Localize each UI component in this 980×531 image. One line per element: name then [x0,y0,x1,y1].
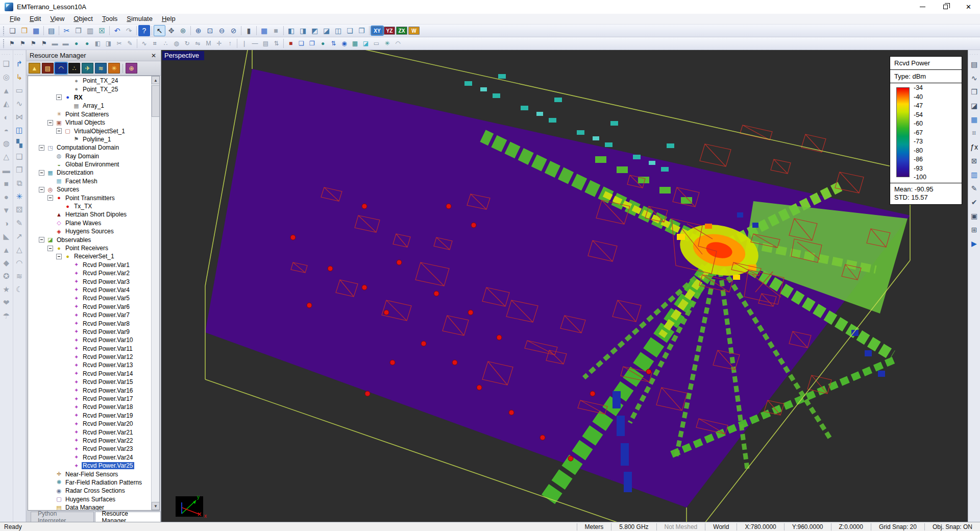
tree-item[interactable]: ✦Rcvd Power.Var5 [28,294,151,302]
surface-result-icon[interactable]: ◪ [969,99,980,112]
display-settings-icon[interactable]: ⌗ [969,126,980,140]
view-cube-rotate-icon[interactable]: ◧ [285,25,297,36]
undo-icon[interactable]: ↶ [111,25,123,36]
toolbar-grip[interactable] [3,39,5,48]
sphere-library-icon[interactable]: ⊕ [126,63,137,74]
tree-item[interactable]: ❋Far-Field Radiation Patterns [28,478,151,487]
tree-item[interactable]: ▢VirtualObjectSet_1 [28,127,151,135]
tree-item[interactable]: ▢Huygens Surfaces [28,495,151,503]
molecule-library-icon[interactable]: ∴ [68,63,80,74]
marker-center-icon[interactable]: ⚑ [39,38,50,49]
select-arrow-icon[interactable]: ↖ [154,25,165,36]
move-arrow-icon[interactable]: ↗ [14,230,25,243]
minimize-button[interactable] [911,0,934,14]
plane-yz-button[interactable]: YZ [384,27,395,35]
tree-item[interactable]: ✦Rcvd Power.Var9 [28,328,151,336]
sphere-teal-icon[interactable]: ● [317,38,328,49]
tree-expander-icon[interactable] [56,254,62,259]
menu-tools[interactable]: Tools [97,14,122,22]
tree-item[interactable]: ✦Rcvd Power.Var14 [28,370,151,378]
point-light-icon[interactable]: ✳ [14,190,25,203]
tree-item[interactable]: ◍Ray Domain [28,152,151,160]
tree-item[interactable]: ✦Rcvd Power.Var15 [28,378,151,386]
tab-python-interpreter[interactable]: Python Interpreter [31,512,94,522]
tree-item[interactable]: ✦Rcvd Power.Var7 [28,311,151,319]
rectangle-shape-icon[interactable]: ■ [1,177,12,190]
layer-back-icon[interactable]: ❐ [307,38,317,49]
tree-item[interactable]: ●Point_TX_24 [28,77,151,85]
menu-simulate[interactable]: Simulate [122,14,157,22]
clone-object-icon[interactable]: ❐ [14,163,25,177]
tree-item[interactable]: ✦Rcvd Power.Var18 [28,403,151,411]
redo-icon[interactable]: ↷ [123,25,135,36]
edit-document-icon[interactable]: ✎ [969,181,980,195]
zoom-extents-icon[interactable]: ⊘ [228,25,239,36]
tree-expander-icon[interactable] [39,237,44,243]
turbine-library-icon[interactable]: ✳ [108,63,120,74]
tree-item[interactable]: ✦Rcvd Power.Var25 [28,462,151,470]
scrollbar-thumb[interactable] [152,85,160,117]
polyline-tool-icon[interactable]: ∿ [139,38,150,49]
script-document-icon[interactable]: ▥ [969,167,980,181]
run-simulation-icon[interactable]: ▶ [969,236,980,250]
plane-primitive-icon[interactable]: ▬ [1,163,12,177]
tree-item[interactable]: ◉Radar Cross Sections [28,487,151,495]
scroll-up-icon[interactable]: ▲ [152,76,160,84]
tree-item[interactable]: ✦Rcvd Power.Var6 [28,303,151,311]
antenna-library-icon[interactable]: ≋ [95,63,107,74]
plain-box-icon[interactable]: ▭ [371,38,382,49]
tree-item[interactable]: ●Point Transmitters [28,194,151,202]
geosphere-icon[interactable]: ◍ [1,137,12,150]
tree-item[interactable]: ✦Rcvd Power.Var4 [28,286,151,294]
polygon-shape-icon[interactable]: ◆ [1,256,12,270]
display-mode-icon[interactable]: ▮ [243,25,255,36]
tree-item[interactable]: ●Point Receivers [28,244,151,252]
delete-icon[interactable]: ☒ [96,25,108,36]
heart-shape-icon[interactable]: ❤ [1,296,12,309]
menu-object[interactable]: Object [69,14,97,22]
weld-tool-icon[interactable]: ✛ [214,38,225,49]
import-geometry-icon[interactable]: ↳ [14,70,25,84]
tree-item[interactable]: ◳Computational Domain [28,143,151,152]
sketch-tool-icon[interactable]: ✎ [125,38,135,49]
right-triangle-icon[interactable]: ◣ [1,230,12,243]
tree-expander-icon[interactable] [47,195,53,201]
group-objects-icon[interactable]: ◫ [14,124,25,137]
extrude-up-icon[interactable]: ↑ [225,38,235,49]
menu-file[interactable]: File [5,14,25,22]
align-bars-icon[interactable]: ▬ [50,38,60,49]
guide-horizontal-icon[interactable]: ― [250,38,260,49]
view-cube-left-icon[interactable]: ◪ [321,25,332,36]
tree-item[interactable]: ●RX [28,93,151,102]
view-cube-front-icon[interactable]: ◨ [297,25,309,36]
rotate-node-icon[interactable]: ↻ [182,38,192,49]
snap-grid-icon[interactable]: ⌗ [150,38,160,49]
layer-front-icon[interactable]: ❏ [296,38,307,49]
copy-object-icon[interactable]: ❏ [14,150,25,163]
tree-item[interactable]: ⚑Polyline_1 [28,135,151,143]
plane-zx-button[interactable]: ZX [396,27,407,35]
tree-item[interactable]: ✦Rcvd Power.Var21 [28,428,151,436]
view-cube-back-icon[interactable]: ◩ [309,25,321,36]
tree-item[interactable]: ▦Facet Mesh [28,177,151,185]
guide-vertical-icon[interactable]: | [239,38,250,49]
slider-tool-icon[interactable]: ⇅ [271,38,282,49]
menu-view[interactable]: View [45,14,69,22]
tree-item[interactable]: ✦Rcvd Power.Var3 [28,277,151,285]
tree-item[interactable]: ◪Observables [28,235,151,244]
open-file-icon[interactable]: ❒ [18,25,30,36]
tree-item[interactable]: ◇Plane Waves [28,219,151,227]
circle-shape-icon[interactable]: ● [1,190,12,203]
copy-icon[interactable]: ❐ [72,25,84,36]
validate-check-icon[interactable]: ✔ [969,195,980,209]
image-result-icon[interactable]: ▣ [969,209,980,223]
star-shape-icon[interactable]: ★ [1,283,12,296]
distribute-bars-icon[interactable]: ▬ [60,38,71,49]
cone-primitive-icon[interactable]: ▲ [1,84,12,97]
pyramid-primitive-icon[interactable]: ◭ [1,97,12,110]
view-cube-right-icon[interactable]: ◫ [332,25,344,36]
panel-close-icon[interactable]: ✕ [150,52,158,60]
mirror-node-icon[interactable]: ⇋ [192,38,203,49]
radial-array-icon[interactable]: ✳ [382,38,393,49]
tree-item[interactable]: ✦Rcvd Power.Var17 [28,395,151,403]
